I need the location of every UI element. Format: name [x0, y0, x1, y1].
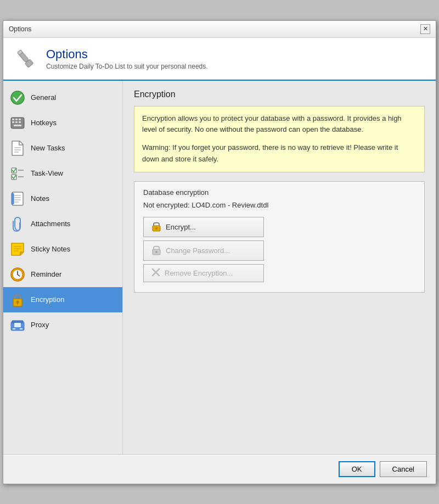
- notes-icon: [10, 191, 25, 206]
- change-password-button[interactable]: Change Password...: [143, 240, 264, 261]
- sidebar-label-notes: Notes: [31, 194, 49, 203]
- remove-icon: [151, 268, 160, 278]
- svg-point-45: [155, 251, 157, 253]
- window-title: Options: [9, 25, 31, 33]
- svg-rect-38: [12, 321, 23, 323]
- sidebar-item-general[interactable]: General: [3, 85, 122, 110]
- sidebar-label-new-tasks: New Tasks: [31, 144, 65, 152]
- sidebar-item-proxy[interactable]: Proxy: [3, 312, 122, 338]
- sidebar-label-proxy: Proxy: [31, 321, 49, 329]
- main-area: General Hotkeys: [3, 81, 436, 454]
- sticky-icon: [10, 242, 25, 257]
- header-text: Options Customize Daily To-Do List to su…: [46, 47, 208, 70]
- sidebar-label-hotkeys: Hotkeys: [31, 119, 57, 127]
- lock-icon: [10, 292, 25, 307]
- sidebar-item-sticky-notes[interactable]: Sticky Notes: [3, 237, 122, 262]
- encrypt-label: Encrypt...: [166, 223, 196, 231]
- sidebar-item-encryption[interactable]: Encryption: [3, 287, 122, 312]
- change-password-label: Change Password...: [166, 247, 230, 255]
- info-box: Encryption allows you to protect your da…: [134, 106, 425, 172]
- db-encryption-group: Database encryption Not encrypted: LO4D.…: [134, 181, 425, 293]
- document-icon: [10, 141, 25, 156]
- sidebar-label-reminder: Reminder: [31, 270, 61, 278]
- close-button[interactable]: ✕: [420, 24, 430, 34]
- clip-icon: [10, 216, 25, 232]
- sidebar-item-task-view[interactable]: Task-View: [3, 161, 122, 186]
- db-group-title: Database encryption: [143, 188, 415, 197]
- svg-rect-39: [14, 323, 21, 327]
- wrench-icon: [12, 46, 38, 72]
- check-icon: [10, 90, 25, 105]
- proxy-icon: [10, 317, 25, 333]
- svg-rect-8: [12, 121, 14, 123]
- sidebar-item-notes[interactable]: Notes: [3, 186, 122, 211]
- encrypt-lock-icon: [151, 221, 161, 233]
- svg-rect-11: [14, 125, 21, 126]
- sidebar-item-hotkeys[interactable]: Hotkeys: [3, 110, 122, 136]
- svg-marker-12: [12, 141, 23, 155]
- header-subtitle: Customize Daily To-Do List to suit your …: [46, 63, 208, 70]
- change-password-icon: [151, 244, 161, 257]
- content-area: Encryption Encryption allows you to prot…: [123, 81, 436, 454]
- info-text-2: Warning: If you forget your password, th…: [142, 142, 417, 165]
- reminder-icon: [10, 267, 25, 282]
- footer: OK Cancel: [3, 454, 436, 484]
- sidebar-item-new-tasks[interactable]: New Tasks: [3, 136, 122, 161]
- keyboard-icon: [10, 115, 25, 131]
- sidebar-label-sticky-notes: Sticky Notes: [31, 245, 70, 253]
- svg-rect-9: [15, 121, 18, 123]
- sidebar: General Hotkeys: [3, 81, 123, 454]
- ok-button[interactable]: OK: [339, 461, 375, 477]
- svg-rect-5: [12, 119, 14, 120]
- remove-encryption-label: Remove Encryption...: [165, 269, 233, 277]
- sidebar-label-general: General: [31, 93, 56, 102]
- db-status: Not encrypted: LO4D.com - Review.dtdl: [143, 201, 415, 209]
- sidebar-label-encryption: Encryption: [31, 295, 64, 304]
- header-title: Options: [46, 47, 208, 61]
- svg-rect-10: [19, 121, 21, 123]
- svg-rect-6: [15, 119, 18, 120]
- svg-rect-25: [12, 193, 14, 204]
- section-title: Encryption: [134, 89, 425, 99]
- sidebar-label-task-view: Task-View: [31, 169, 63, 177]
- svg-point-43: [155, 227, 157, 229]
- header: Options Customize Daily To-Do List to su…: [3, 38, 436, 81]
- remove-encryption-button[interactable]: Remove Encryption...: [143, 264, 264, 282]
- checkbox-icon: [10, 166, 25, 181]
- title-bar: Options ✕: [3, 21, 436, 38]
- sidebar-item-attachments[interactable]: Attachments: [3, 211, 122, 237]
- cancel-button[interactable]: Cancel: [380, 461, 427, 477]
- encrypt-button[interactable]: Encrypt...: [143, 217, 264, 237]
- info-text-1: Encryption allows you to protect your da…: [142, 113, 417, 136]
- svg-rect-7: [19, 119, 21, 120]
- svg-point-3: [11, 91, 24, 104]
- svg-point-35: [16, 300, 19, 303]
- sidebar-label-attachments: Attachments: [31, 220, 70, 228]
- sidebar-item-reminder[interactable]: Reminder: [3, 262, 122, 287]
- options-window: Options ✕ Options Customize Daily To-Do …: [3, 20, 436, 484]
